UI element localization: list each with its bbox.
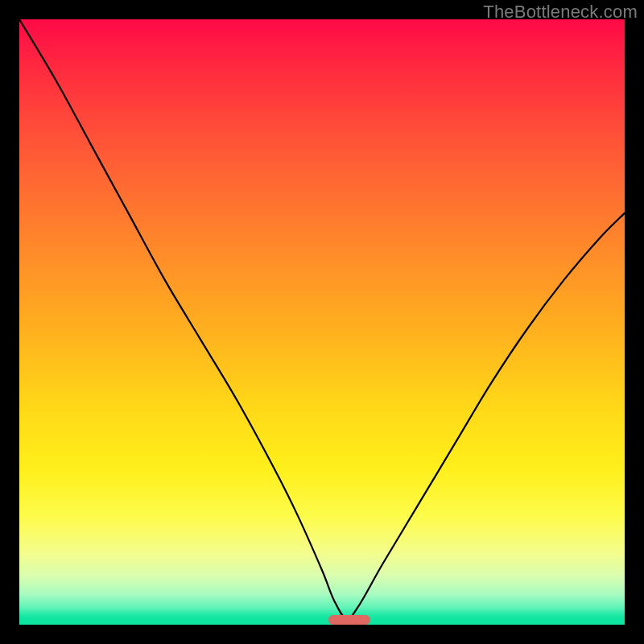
- optimal-range-marker: [328, 615, 371, 625]
- bottleneck-curve: [19, 19, 625, 625]
- plot-area: [19, 19, 625, 625]
- chart-frame: TheBottleneck.com: [0, 0, 644, 644]
